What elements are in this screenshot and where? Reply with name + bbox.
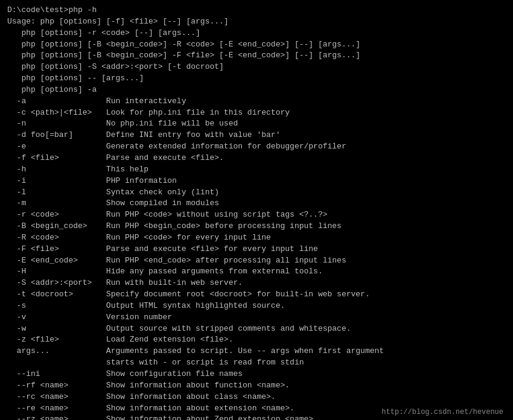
- terminal-line: -R <code> Run PHP <code> for every input…: [7, 232, 506, 244]
- terminal-output: D:\code\test>php -hUsage: php [options] …: [7, 5, 506, 420]
- terminal-line: -r <code> Run PHP <code> without using s…: [7, 209, 506, 221]
- terminal-window: D:\code\test>php -hUsage: php [options] …: [4, 2, 509, 420]
- terminal-line: php [options] -r <code> [--] [args...]: [7, 28, 506, 39]
- terminal-line: --rc <name> Show information about class…: [7, 392, 506, 403]
- terminal-line: -i PHP information: [7, 176, 506, 187]
- terminal-line: php [options] -a: [7, 84, 506, 96]
- terminal-line: -F <file> Parse and execute <file> for e…: [7, 244, 506, 255]
- terminal-line: -H Hide any passed arguments from extern…: [7, 266, 506, 278]
- terminal-line: php [options] [-B <begin_code>] -F <file…: [7, 50, 506, 62]
- terminal-line: args... Arguments passed to script. Use …: [7, 346, 506, 357]
- terminal-line: -w Output source with stripped comments …: [7, 323, 506, 335]
- terminal-line: -a Run interactively: [7, 96, 506, 107]
- terminal-line: php [options] -- [args...]: [7, 73, 506, 84]
- terminal-line: -f <file> Parse and execute <file>.: [7, 153, 506, 164]
- terminal-line: -d foo[=bar] Define INI entry foo with v…: [7, 130, 506, 141]
- terminal-line: -m Show compiled in modules: [7, 198, 506, 209]
- terminal-line: -z <file> Load Zend extension <file>.: [7, 334, 506, 346]
- terminal-line: -n No php.ini file will be used: [7, 118, 506, 130]
- terminal-line: -s Output HTML syntax highlighted source…: [7, 301, 506, 312]
- terminal-line: -v Version number: [7, 312, 506, 323]
- terminal-line: -S <addr>:<port> Run with built-in web s…: [7, 278, 506, 289]
- terminal-line: -t <docroot> Specify document root <docr…: [7, 289, 506, 301]
- terminal-line: starts with - or script is read from std…: [7, 357, 506, 369]
- terminal-line: D:\code\test>php -h: [7, 5, 506, 16]
- watermark: http://blog.csdn.net/hevenue: [381, 407, 503, 418]
- terminal-line: --ini Show configuration file names: [7, 369, 506, 380]
- terminal-line: -B <begin_code> Run PHP <begin_code> bef…: [7, 221, 506, 232]
- terminal-line: -h This help: [7, 164, 506, 176]
- terminal-line: -c <path>|<file> Look for php.ini file i…: [7, 107, 506, 119]
- terminal-line: php [options] -S <addr>:<port> [-t docro…: [7, 62, 506, 73]
- terminal-line: -E <end_code> Run PHP <end_code> after p…: [7, 255, 506, 267]
- terminal-line: php [options] [-B <begin_code>] -R <code…: [7, 39, 506, 51]
- terminal-line: Usage: php [options] [-f] <file> [--] [a…: [7, 16, 506, 28]
- terminal-line: -e Generate extended information for deb…: [7, 141, 506, 153]
- terminal-line: -l Syntax check only (lint): [7, 187, 506, 199]
- terminal-line: --rf <name> Show information about funct…: [7, 380, 506, 392]
